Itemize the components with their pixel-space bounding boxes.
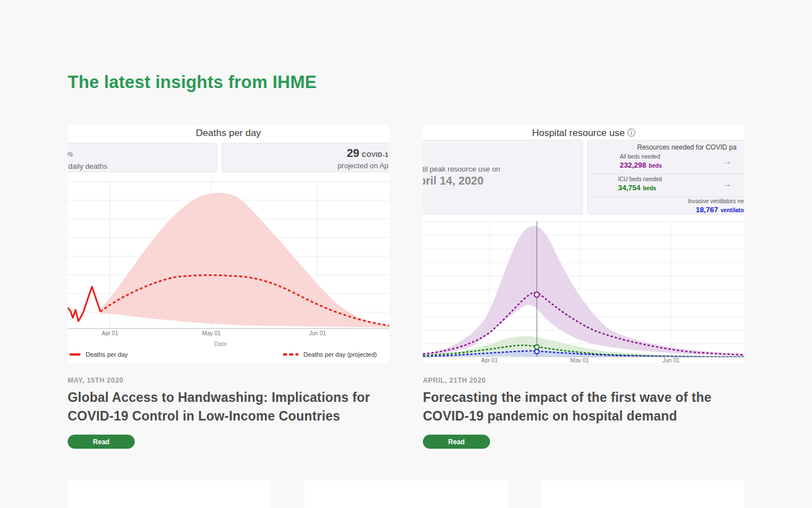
x-tick-apr: Apr 01	[481, 357, 497, 363]
row-divider	[592, 174, 744, 174]
article-date: APRIL, 21TH 2020	[423, 376, 486, 384]
hospital-chart-title-text: Hospital resource use	[532, 128, 624, 138]
placeholder-card[interactable]	[68, 480, 271, 508]
ventilators-marker	[535, 349, 539, 354]
insight-card-handwashing: Deaths per day ys daily deaths 29 COVID-…	[68, 125, 389, 363]
x-axis-label: Date	[214, 340, 227, 347]
projected-deaths-info-box: 29 COVID-1 projected on Ap	[222, 143, 389, 172]
all-beds-label: All beds needed	[620, 154, 710, 160]
solid-line-swatch	[69, 353, 81, 356]
row-divider	[592, 196, 744, 197]
projected-deaths-value: 29	[347, 147, 359, 159]
icu-beds-value-line: 34,754 beds	[618, 182, 708, 192]
projected-deaths-line1: 29 COVID-1	[222, 147, 389, 160]
placeholder-card[interactable]	[541, 480, 744, 508]
all-beds-value-line: 232,298 beds	[620, 160, 710, 170]
deaths-per-day-chart[interactable]	[68, 179, 389, 329]
article-title-hospital-demand[interactable]: Forecasting the impact of the first wave…	[423, 388, 742, 426]
deaths-observed-line	[68, 287, 100, 321]
resources-needed-box: Resources needed for COVID pa All beds n…	[587, 140, 744, 214]
all-beds-marker	[535, 292, 540, 297]
icu-beds-row: ICU beds needed 34,754 beds	[618, 176, 708, 192]
info-fragment-daily-deaths: daily deaths	[68, 160, 217, 172]
ventilators-label: Invasive ventilators ne	[588, 198, 744, 204]
x-tick-may: May 01	[202, 330, 221, 336]
info-fragment-days: ys	[68, 148, 217, 160]
read-button[interactable]: Read	[423, 435, 490, 449]
icu-marker	[535, 345, 539, 349]
insight-card-hospital-demand: Hospital resource use ⓘ til peak resourc…	[423, 125, 744, 363]
ventilators-value-line: 18,767 ventilato	[588, 204, 744, 214]
peak-date-fragment: pril 14, 2020	[423, 174, 582, 187]
icu-beds-label: ICU beds needed	[618, 176, 708, 182]
legend-deaths-per-day: Deaths per day	[69, 351, 128, 358]
all-beds-row: All beds needed 232,298 beds	[620, 154, 710, 170]
placeholder-card[interactable]	[304, 480, 508, 508]
projected-deaths-unit: COVID-1	[362, 151, 389, 158]
icu-beds-unit: beds	[643, 185, 656, 191]
article-date: MAY, 15TH 2020	[68, 376, 123, 384]
deaths-chart-title: Deaths per day	[68, 128, 389, 139]
arrow-icon[interactable]: →	[723, 156, 732, 167]
ventilators-row: Invasive ventilators ne 18,767 ventilato	[588, 198, 744, 214]
info-icon[interactable]: ⓘ	[628, 128, 636, 137]
ventilators-unit: ventilato	[721, 207, 744, 213]
all-beds-value: 232,298	[620, 161, 646, 169]
peak-resource-info-box: til peak resource use on pril 14, 2020	[423, 140, 583, 214]
legend-deaths-projected: Deaths per day (projected)	[283, 351, 377, 358]
article-title-handwashing[interactable]: Global Access to Handwashing: Implicatio…	[68, 388, 387, 426]
arrow-icon[interactable]: →	[723, 179, 732, 189]
x-tick-apr: Apr 01	[102, 330, 118, 336]
deaths-confidence-band	[100, 192, 389, 327]
hospital-chart-title: Hospital resource use ⓘ	[423, 128, 744, 139]
projected-on-label: projected on Ap	[222, 160, 389, 172]
ventilators-value: 18,767	[696, 205, 718, 214]
read-button[interactable]: Read	[68, 435, 135, 449]
section-heading: The latest insights from IHME	[68, 72, 317, 93]
dashed-line-swatch	[283, 353, 298, 356]
peak-daily-deaths-info-box: ys daily deaths	[68, 143, 217, 172]
all-beds-unit: beds	[648, 163, 661, 169]
x-tick-may: May 01	[571, 357, 589, 363]
all-beds-band	[423, 226, 744, 356]
legend-label: Deaths per day (projected)	[303, 351, 377, 358]
hospital-resource-chart[interactable]	[423, 220, 744, 357]
peak-resource-fragment: til peak resource use on	[423, 164, 582, 174]
legend-label: Deaths per day	[86, 351, 128, 358]
icu-beds-value: 34,754	[618, 183, 641, 192]
ihme-insights-section: The latest insights from IHME Deaths per…	[0, 0, 812, 508]
x-tick-jun: Jun 01	[309, 330, 326, 336]
x-tick-jun: Jun 01	[663, 357, 679, 363]
resources-header: Resources needed for COVID pa	[637, 143, 736, 151]
